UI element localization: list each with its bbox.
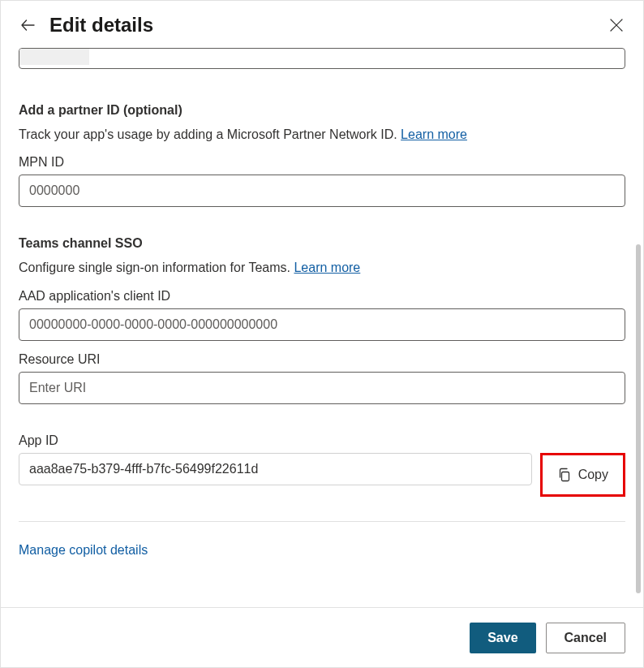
aad-client-id-input[interactable] [19, 308, 625, 341]
arrow-left-icon [19, 17, 36, 33]
partner-description: Track your app's usage by adding a Micro… [19, 126, 625, 144]
save-button[interactable]: Save [470, 623, 535, 653]
panel-title: Edit details [49, 14, 608, 37]
app-id-value[interactable]: aaa8ae75-b379-4fff-b7fc-56499f22611d [19, 453, 532, 485]
truncated-field[interactable] [19, 48, 625, 69]
app-id-label: App ID [19, 433, 625, 448]
resource-uri-label: Resource URI [19, 352, 625, 367]
copy-button[interactable]: Copy [544, 457, 621, 493]
scrollbar-thumb[interactable] [636, 244, 641, 593]
mpn-id-label: MPN ID [19, 155, 625, 170]
copy-highlight: Copy [540, 453, 625, 497]
manage-copilot-details-link[interactable]: Manage copilot details [19, 543, 148, 558]
resource-uri-input[interactable] [19, 372, 625, 404]
cancel-button[interactable]: Cancel [546, 623, 625, 653]
footer: Save Cancel [1, 607, 643, 667]
close-icon [609, 18, 624, 32]
copy-button-label: Copy [578, 468, 608, 482]
aad-client-id-label: AAD application's client ID [19, 289, 625, 304]
sso-heading: Teams channel SSO [19, 236, 625, 251]
divider [19, 521, 625, 522]
back-button[interactable] [19, 16, 36, 34]
close-button[interactable] [608, 16, 625, 34]
svg-rect-0 [561, 472, 569, 481]
partner-heading: Add a partner ID (optional) [19, 103, 625, 118]
sso-description: Configure single sign-on information for… [19, 259, 625, 277]
copy-icon [557, 468, 572, 482]
sso-learn-more-link[interactable]: Learn more [294, 261, 360, 274]
mpn-id-input[interactable] [19, 175, 625, 207]
partner-learn-more-link[interactable]: Learn more [401, 127, 467, 141]
